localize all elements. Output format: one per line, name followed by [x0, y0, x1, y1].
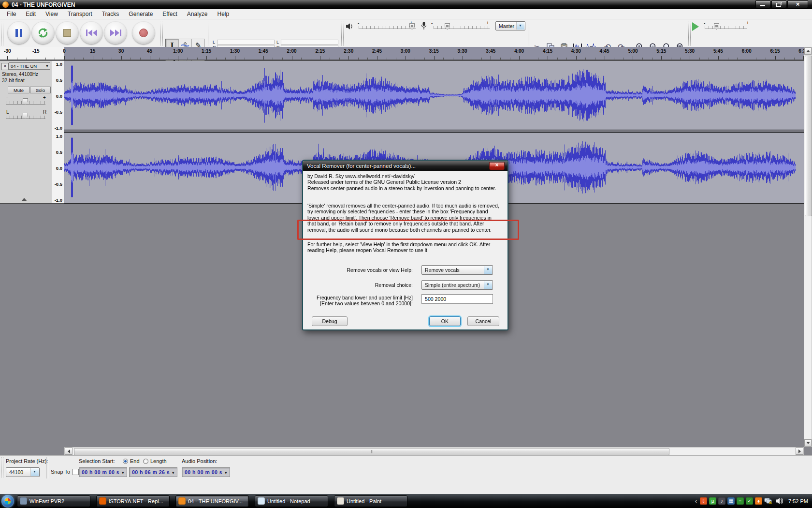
ok-button[interactable]: OK [429, 316, 461, 326]
tray-chevron-icon[interactable]: ‹ [695, 497, 697, 505]
play-at-speed-button[interactable] [692, 22, 699, 31]
vertical-scrollbar[interactable] [804, 47, 812, 447]
stats-icon[interactable]: ≡ [737, 497, 744, 505]
utorrent-icon[interactable]: µ [709, 497, 716, 505]
record-icon [139, 29, 148, 37]
toolbar-grab-handle[interactable] [160, 21, 163, 45]
vertical-scroll-thumb[interactable] [805, 56, 812, 216]
windows-taskbar: WinFast PVR2iSTORYA.NET - Repl...04 - TH… [0, 494, 812, 508]
ruler-tick [36, 56, 36, 60]
taskbar-button-untitled-paint[interactable]: Untitled - Paint [334, 495, 407, 507]
menu-edit[interactable]: Edit [21, 10, 41, 18]
toolbar-grab-handle[interactable] [341, 21, 344, 45]
taskbar-clock[interactable]: 7:52 PM [788, 498, 808, 504]
antivirus-icon[interactable]: ✓ [746, 497, 753, 505]
ruler-tick [150, 56, 150, 60]
selection-start-field[interactable]: 00 h 00 m 00 s [79, 467, 127, 477]
window-title: 04 - THE UNFORGIVEN [12, 1, 75, 8]
menu-generate[interactable]: Generate [124, 10, 158, 18]
collapse-track-button[interactable] [21, 198, 27, 201]
media-icon[interactable]: ♪ [718, 497, 725, 505]
toolbar-grab-handle[interactable] [688, 21, 691, 45]
menu-file[interactable]: File [2, 10, 21, 18]
menu-analyze[interactable]: Analyze [182, 10, 213, 18]
taskbar-button-untitled-notepad[interactable]: Untitled - Notepad [255, 495, 328, 507]
minimize-button[interactable] [755, 0, 770, 9]
menu-help[interactable]: Help [213, 10, 234, 18]
flame-icon[interactable]: ♦ [755, 497, 762, 505]
toolbar-grab-handle[interactable] [1, 21, 3, 45]
field-dropdown-icon[interactable] [172, 469, 177, 475]
track-close-button[interactable]: × [1, 63, 9, 70]
scroll-down-button[interactable] [804, 439, 812, 447]
scroll-right-button[interactable] [796, 448, 803, 455]
ruler-label: 30 [118, 48, 124, 54]
selection-end-field[interactable]: 00 h 06 m 26 s [129, 467, 177, 477]
ruler-tick [605, 56, 605, 60]
ruler-tick [595, 58, 595, 60]
track-title-dropdown[interactable]: 04 - THE UN [9, 62, 50, 70]
remove-vocals-dropdown[interactable]: Remove vocals [421, 265, 493, 275]
output-volume-slider[interactable] [359, 26, 416, 29]
menu-bar: FileEditViewTransportTracksGenerateEffec… [0, 9, 812, 19]
track-control-panel: × 04 - THE UN Stereo, 44100Hz 32-bit flo… [0, 60, 52, 204]
amplitude-ruler[interactable]: 1.00.50.0-0.5-1.01.00.50.0-0.5-1.0 [52, 60, 64, 204]
restore-button[interactable] [771, 0, 786, 9]
input-volume-slider[interactable] [434, 26, 490, 29]
end-radio[interactable] [123, 459, 128, 464]
stop-button[interactable] [56, 22, 78, 44]
close-button[interactable] [787, 0, 808, 9]
dialog-close-button[interactable] [489, 162, 505, 170]
input-source-dropdown[interactable]: Master [495, 21, 525, 30]
horizontal-scrollbar[interactable] [64, 447, 804, 455]
length-radio-label: Length [150, 458, 167, 464]
taskbar-button-istorya-net-repl[interactable]: iSTORYA.NET - Repl... [96, 495, 170, 507]
toolbar-grab-handle[interactable] [208, 21, 210, 45]
menu-view[interactable]: View [41, 10, 63, 18]
taskbar-button-04-the-unforgiv[interactable]: 04 - THE UNFORGIV... [175, 495, 249, 507]
frequency-band-input[interactable] [421, 294, 493, 304]
skip-to-end-button[interactable] [104, 22, 127, 44]
ruler-label: 4:45 [600, 48, 609, 54]
snap-to-checkbox[interactable] [72, 469, 79, 475]
skip-start-icon [86, 30, 97, 36]
track-name: 04 - THE UN [11, 63, 37, 69]
menu-tracks[interactable]: Tracks [97, 10, 124, 18]
toolbar-grab-handle[interactable] [1, 457, 3, 478]
pause-button[interactable] [8, 22, 30, 44]
ruler-tick [301, 58, 302, 60]
horizontal-scroll-thumb[interactable] [74, 448, 669, 455]
ruler-label: 0 [63, 48, 66, 54]
timeline-ruler[interactable]: -30-1501530451:001:151:301:452:002:152:3… [0, 47, 812, 60]
menu-effect[interactable]: Effect [158, 10, 182, 18]
network-icon[interactable]: ! [764, 497, 773, 505]
dialog-title-bar[interactable]: Vocal Remover (for center-panned vocals)… [303, 161, 508, 171]
audio-position-field[interactable]: 00 h 00 m 00 s [182, 467, 230, 477]
project-rate-dropdown[interactable]: 44100 [6, 467, 40, 477]
meter-channel-label: L [276, 40, 281, 45]
length-radio[interactable] [143, 459, 148, 464]
field-dropdown-icon[interactable] [225, 469, 230, 475]
ruler-tick [690, 56, 690, 60]
record-button[interactable] [132, 22, 155, 44]
ruler-tick [566, 58, 567, 60]
solo-button[interactable]: Solo [30, 87, 51, 93]
ruler-tick [263, 56, 264, 60]
play-button[interactable] [32, 22, 54, 44]
playback-speed-slider[interactable] [705, 26, 747, 29]
cancel-button[interactable]: Cancel [467, 316, 499, 326]
ruler-tick [348, 56, 349, 60]
taskbar-button-winfast-pvr2[interactable]: WinFast PVR2 [17, 495, 90, 507]
flashget-icon[interactable]: ⇩ [700, 497, 707, 505]
mute-button[interactable]: Mute [8, 87, 29, 93]
debug-button[interactable]: Debug [312, 316, 348, 326]
scheduler-icon[interactable]: ▦ [727, 497, 735, 505]
menu-transport[interactable]: Transport [63, 10, 97, 18]
removal-choice-dropdown[interactable]: Simple (entire spectrum) [421, 280, 493, 290]
scroll-up-button[interactable] [804, 47, 812, 55]
skip-to-start-button[interactable] [80, 22, 102, 44]
scroll-left-button[interactable] [65, 448, 72, 455]
start-button[interactable] [1, 495, 14, 508]
field-dropdown-icon[interactable] [122, 469, 127, 475]
volume-icon[interactable] [775, 497, 783, 505]
